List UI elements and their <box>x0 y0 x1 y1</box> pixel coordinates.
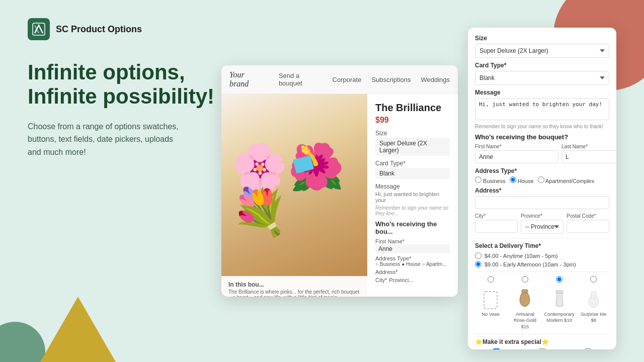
options-panel: Size Super Deluxe (2X Larger) Card Type*… <box>468 28 616 349</box>
nav-corp[interactable]: Corporate <box>333 76 362 83</box>
message-textarea[interactable]: Hi, just wanted to brighten your day! <box>475 98 609 120</box>
size-select[interactable]: Super Deluxe (2X Larger) <box>475 44 609 58</box>
vase-artisanal[interactable]: Artisanal Rose-Gold $15 <box>509 276 540 330</box>
address-house-radio[interactable] <box>510 176 516 183</box>
vase-surprise-radio[interactable] <box>590 276 597 283</box>
city-label-opt: City* <box>475 213 518 219</box>
vase-contemporary-img <box>549 285 570 310</box>
address-business[interactable]: Business <box>475 176 506 184</box>
divider-1 <box>475 238 609 238</box>
logo-box <box>28 18 50 40</box>
vase-surprise-img <box>584 285 604 310</box>
product-body: 🌸🌺💐 In this bou... The Brilliance is whe… <box>221 94 458 297</box>
nav-subs[interactable]: Subscriptions <box>371 76 411 83</box>
postal-input[interactable] <box>567 220 609 233</box>
extra-lavender-checkbox[interactable] <box>539 348 545 349</box>
first-name-label: First Name* <box>475 144 558 149</box>
name-row: First Name* Last Name* <box>475 144 609 163</box>
who-receiving-title: Who's receiving the bouquet? <box>475 133 609 141</box>
desc-text: The Brilliance is where pinks... for the… <box>228 289 360 297</box>
surprise-vase-icon <box>586 288 602 310</box>
firstname-value: Anne <box>375 244 450 253</box>
logo-icon <box>32 22 46 36</box>
svg-rect-2 <box>522 290 528 293</box>
product-price: $99 <box>375 116 450 125</box>
firstname-label: First Name* <box>375 238 450 244</box>
vase-contemporary[interactable]: Contemporary Modern $10 <box>544 276 575 324</box>
extra-floral-checkbox[interactable] <box>493 348 500 349</box>
nav-wed[interactable]: Weddings <box>421 76 450 83</box>
extra-lavender[interactable]: 🫖 Lavender earl grey tea $14 <box>521 348 564 349</box>
size-section-label: Size <box>475 35 609 42</box>
size-label: Size <box>375 130 450 137</box>
delivery-option-1[interactable]: $4.00 - Anytime (10am - 5pm) <box>475 252 609 259</box>
province-select[interactable]: -- Province -- <box>521 220 564 234</box>
product-title: The Brilliance <box>375 102 450 114</box>
surprise-label: Surprise Me $8 <box>578 311 609 324</box>
artisanal-label: Artisanal Rose-Gold $15 <box>509 311 540 330</box>
delivery-radio-2[interactable] <box>475 261 481 267</box>
last-name-input[interactable] <box>561 150 616 163</box>
vase-contemporary-radio[interactable] <box>556 276 562 283</box>
address-input[interactable] <box>475 196 609 209</box>
divider-2 <box>475 272 609 272</box>
card-type-value: Blank <box>375 168 450 179</box>
svg-rect-3 <box>556 291 563 293</box>
headline: Infinite options, Infinite possibility! <box>28 60 219 109</box>
address-section-label: Address* <box>475 187 609 194</box>
delivery-radio-1[interactable] <box>475 252 481 259</box>
vase-no-vase-radio[interactable] <box>488 276 494 283</box>
vase-artisanal-radio[interactable] <box>522 276 528 283</box>
delivery-label-1: $4.00 - Anytime (10am - 5pm) <box>485 253 558 259</box>
address-type: Address Type* <box>375 255 450 261</box>
address-business-radio[interactable] <box>475 176 481 183</box>
deco-triangle-bottom <box>40 297 116 362</box>
brand-name: Your brand <box>229 70 264 88</box>
province-label: Provinci... <box>389 277 413 283</box>
sign-hint: Remember to sign your name so they kno..… <box>375 205 450 216</box>
extra-floral-check-row <box>493 348 500 349</box>
delivery-label-2: $9.00 - Early Afternoon (10am - 3pm) <box>485 261 576 267</box>
extra-floral[interactable]: 🌸 Floral room + body spray $16 <box>475 348 518 349</box>
no-vase-label: No Vase <box>481 311 500 317</box>
who-receiving: Who's receiving the bou... <box>375 220 450 235</box>
address-apartment[interactable]: Apartment/Complex <box>538 176 595 184</box>
message-label: Message <box>375 183 450 190</box>
svg-rect-1 <box>484 292 497 309</box>
vase-no-vase[interactable]: No Vase <box>475 276 506 317</box>
address-apartment-radio[interactable] <box>538 176 544 183</box>
delivery-option-2[interactable]: $9.00 - Early Afternoon (10am - 3pm) <box>475 261 609 267</box>
city-input[interactable] <box>475 220 518 233</box>
postal-label: Postal Code* <box>567 213 609 219</box>
card-type-select[interactable]: Blank <box>475 71 609 85</box>
size-value: Super Deluxe (2X Larger) <box>375 138 450 156</box>
vase-no-vase-img <box>480 285 501 310</box>
message-hint: Remember to sign your name so they know … <box>475 124 609 129</box>
artisanal-vase-icon <box>517 288 533 310</box>
address-house[interactable]: House <box>510 176 534 184</box>
first-name-input[interactable] <box>475 150 558 163</box>
deco-circle-bottom-left <box>0 322 45 362</box>
extra-choc-checkbox[interactable] <box>585 348 591 349</box>
headline-line2: Infinite possibility! <box>28 84 214 108</box>
vase-surprise[interactable]: Surprise Me $8 <box>578 276 609 324</box>
header: SC Product Options <box>28 18 142 40</box>
subtext: Choose from a range of options swatches,… <box>28 120 189 159</box>
nav-send[interactable]: Send a bouquet <box>279 72 323 87</box>
delivery-title: Select a Delivery Time* <box>475 242 609 249</box>
vase-section: No Vase Artisanal Rose-Gold $15 <box>475 276 609 330</box>
extra-chocolate[interactable]: 🍫 Peppermint chocolate bark $11 <box>567 348 609 349</box>
flower-visual: 🌸🌺💐 <box>231 144 357 235</box>
no-vase-icon <box>483 291 498 310</box>
product-card: Your brand Send a bouquet Corporate Subs… <box>221 65 458 297</box>
last-name-group: Last Name* <box>561 144 616 163</box>
last-name-label: Last Name* <box>561 144 616 149</box>
city-group: City* <box>475 213 518 234</box>
address-label: Address* <box>375 269 450 275</box>
contemporary-vase-icon <box>551 288 568 310</box>
address-options: ○ Business ● House ○ Apartm... <box>375 261 450 267</box>
divider-3 <box>475 334 609 334</box>
left-content: Infinite options, Infinite possibility! … <box>28 60 219 158</box>
province-label-opt: Province* <box>521 213 564 219</box>
message-section-label: Message <box>475 89 609 96</box>
